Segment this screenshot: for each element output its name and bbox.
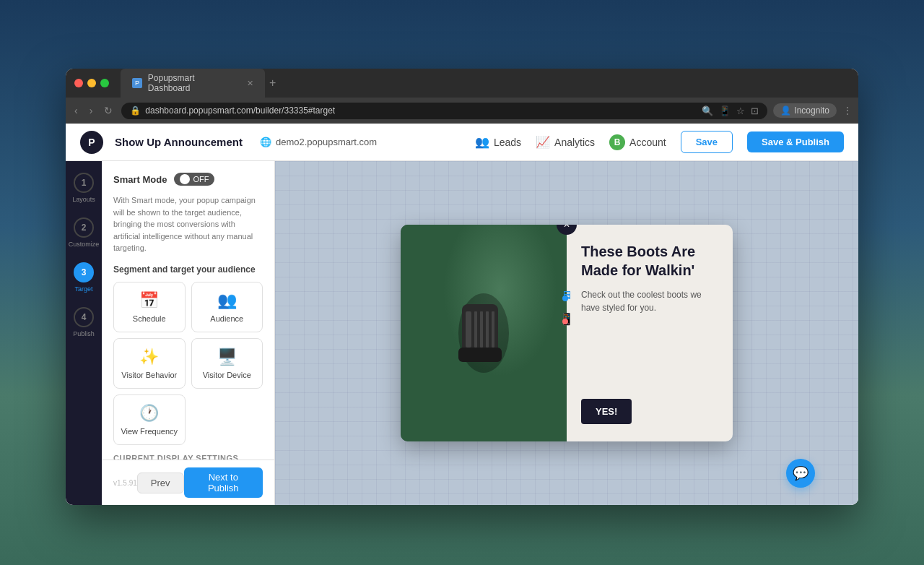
popup-title: These Boots Are Made for Walkin' <box>581 242 718 280</box>
app-title: Show Up Announcement <box>115 136 243 148</box>
globe-icon: 🌐 <box>260 137 271 147</box>
popup-text-area: These Boots Are Made for Walkin' Check o… <box>581 242 718 329</box>
svg-rect-3 <box>466 311 471 348</box>
browser-window: P Popupsmart Dashboard ✕ + ‹ › ↻ 🔒 dashb… <box>66 69 858 505</box>
bookmark-icon[interactable]: ☆ <box>736 105 745 116</box>
save-button[interactable]: Save <box>681 131 733 153</box>
maximize-window-button[interactable] <box>100 79 109 87</box>
segment-grid: 📅 Schedule 👥 Audience ✨ Visitor Behavior <box>113 282 263 445</box>
step-circle-1: 1 <box>74 173 94 193</box>
panel-content: Smart Mode OFF With Smart mode, your pop… <box>102 161 274 460</box>
step-label-1: Layouts <box>72 196 95 203</box>
current-settings-title: Current display settings <box>113 454 263 460</box>
segment-card-audience[interactable]: 👥 Audience <box>191 282 263 332</box>
minimize-window-button[interactable] <box>87 79 96 87</box>
address-icons: 🔍 📱 ☆ ⊡ <box>702 105 759 116</box>
domain-text: demo2.popupsmart.com <box>276 137 377 147</box>
analytics-icon: 📈 <box>536 135 550 149</box>
popup-image <box>401 225 567 441</box>
segment-card-view-frequency[interactable]: 🕐 View Frequency <box>113 394 186 445</box>
popup-cta-button[interactable]: YES! <box>581 399 632 424</box>
leads-icon: 👥 <box>475 135 489 149</box>
audience-icon: 👥 <box>217 291 237 310</box>
browser-chrome: P Popupsmart Dashboard ✕ + <box>66 69 858 98</box>
tab-title: Popupsmart Dashboard <box>148 73 238 93</box>
segment-card-visitor-device[interactable]: 🖥️ Visitor Device <box>191 338 263 389</box>
next-to-publish-button[interactable]: Next to Publish <box>184 467 263 498</box>
visitor-behavior-icon: ✨ <box>139 348 159 366</box>
smart-mode-toggle[interactable]: OFF <box>174 173 214 186</box>
step-item-customize[interactable]: 2 Customize <box>69 217 100 248</box>
schedule-icon: 📅 <box>139 291 159 310</box>
account-avatar: B <box>609 134 625 150</box>
profile-button[interactable]: 👤 Incognito <box>773 103 837 118</box>
more-options-button[interactable]: ⋮ <box>842 105 853 116</box>
segment-title: Segment and target your audience <box>113 264 263 275</box>
segment-card-schedule[interactable]: 📅 Schedule <box>113 282 186 332</box>
address-bar[interactable]: 🔒 dashboard.popupsmart.com/builder/33335… <box>121 103 767 119</box>
main-content: 1 Layouts 2 Customize 3 Target 4 Publish <box>66 161 858 505</box>
address-bar-row: ‹ › ↻ 🔒 dashboard.popupsmart.com/builder… <box>66 98 858 124</box>
app-header: P Show Up Announcement 🌐 demo2.popupsmar… <box>66 124 858 161</box>
desktop-active-indicator <box>562 296 568 301</box>
reload-button[interactable]: ↻ <box>101 103 116 118</box>
step-label-3: Target <box>74 285 92 293</box>
visitor-device-icon: 🖥️ <box>217 348 237 366</box>
back-button[interactable]: ‹ <box>71 103 81 118</box>
close-icon: ✕ <box>563 225 570 230</box>
save-publish-button[interactable]: Save & Publish <box>747 131 844 152</box>
visitor-device-label: Visitor Device <box>203 371 251 379</box>
analytics-label: Analytics <box>554 137 595 148</box>
app-area: P Show Up Announcement 🌐 demo2.popupsmar… <box>66 124 858 505</box>
view-frequency-icon: 🕐 <box>139 404 159 423</box>
search-icon[interactable]: 🔍 <box>702 105 713 116</box>
svg-rect-6 <box>486 311 489 348</box>
toggle-off-label: OFF <box>193 175 209 184</box>
leads-label: Leads <box>494 137 521 148</box>
mobile-view-group: 📱 <box>555 307 578 324</box>
svg-rect-5 <box>480 311 483 348</box>
step-item-layouts[interactable]: 1 Layouts <box>72 173 95 203</box>
account-nav-item[interactable]: B Account <box>609 134 666 150</box>
step-circle-3: 3 <box>74 262 94 282</box>
step-item-target[interactable]: 3 Target <box>74 262 94 293</box>
smart-mode-label: Smart Mode <box>113 174 167 185</box>
leads-nav-item[interactable]: 👥 Leads <box>475 135 521 149</box>
forward-button[interactable]: › <box>87 103 96 118</box>
schedule-label: Schedule <box>133 314 166 323</box>
step-label-2: Customize <box>69 241 100 248</box>
preview-area: ✕ These Boots Are Made for Walkin' Check… <box>275 161 858 505</box>
svg-rect-4 <box>474 311 477 348</box>
prev-button[interactable]: Prev <box>137 473 184 493</box>
tab-manage-icon[interactable]: ⊡ <box>751 105 759 116</box>
chat-support-button[interactable]: 💬 <box>786 459 815 488</box>
app-logo: P <box>80 131 103 154</box>
segment-card-visitor-behavior[interactable]: ✨ Visitor Behavior <box>113 338 186 389</box>
step-item-publish[interactable]: 4 Publish <box>73 307 95 337</box>
analytics-nav-item[interactable]: 📈 Analytics <box>536 135 595 149</box>
step-circle-4: 4 <box>74 307 94 327</box>
panel-footer: v1.5.91 Prev Next to Publish <box>102 460 274 505</box>
cast-icon[interactable]: 📱 <box>719 105 731 116</box>
header-nav: 👥 Leads 📈 Analytics B Account Save Save … <box>475 131 844 153</box>
smart-mode-row: Smart Mode OFF <box>113 173 263 186</box>
svg-rect-7 <box>492 311 494 348</box>
visitor-behavior-label: Visitor Behavior <box>121 371 177 379</box>
url-text: dashboard.popupsmart.com/builder/33335#t… <box>145 105 335 116</box>
tab-favicon: P <box>132 78 142 88</box>
new-tab-button[interactable]: + <box>269 77 276 90</box>
popup-content: ✕ These Boots Are Made for Walkin' Check… <box>567 225 733 441</box>
popup-description: Check out the coolest boots we have styl… <box>581 288 718 314</box>
audience-label: Audience <box>210 314 243 323</box>
tab-close-button[interactable]: ✕ <box>247 79 253 88</box>
domain-badge: 🌐 demo2.popupsmart.com <box>260 137 377 147</box>
view-frequency-label: View Frequency <box>121 427 178 436</box>
browser-tab-active[interactable]: P Popupsmart Dashboard ✕ <box>121 69 265 98</box>
steps-sidebar: 1 Layouts 2 Customize 3 Target 4 Publish <box>66 161 102 505</box>
desktop-view-group: 🖥 <box>555 284 578 301</box>
close-window-button[interactable] <box>74 79 83 87</box>
boot-visual <box>401 225 567 441</box>
traffic-lights <box>74 79 109 87</box>
svg-rect-2 <box>458 348 502 362</box>
popup-preview: ✕ These Boots Are Made for Walkin' Check… <box>401 225 733 441</box>
